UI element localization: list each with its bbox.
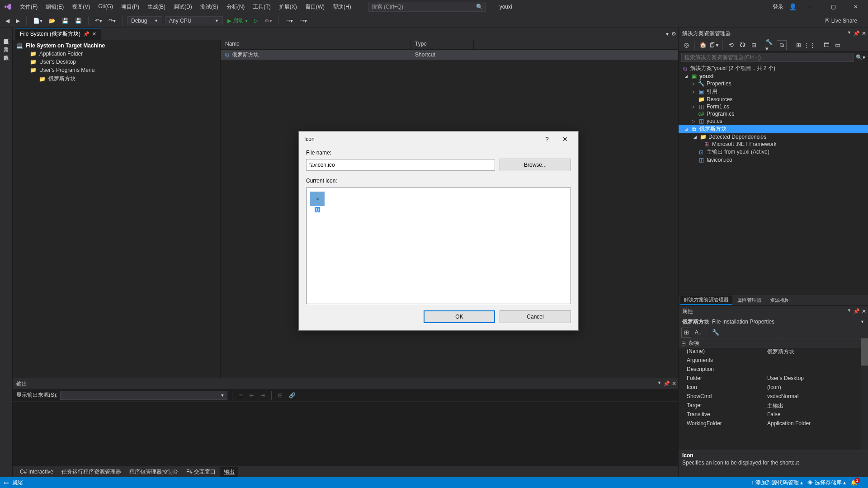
file-name-input[interactable] [306,159,495,171]
config-combo[interactable]: Debug▼ [127,16,162,25]
col-type[interactable]: Type [410,40,474,49]
minimize-button[interactable]: ─ [802,1,819,12]
col-name[interactable]: Name [221,40,410,49]
tree-item[interactable]: 📁Resources [679,96,868,103]
bottom-tab[interactable]: C# Interactive [16,468,57,476]
tree-item[interactable]: c#Program.cs [679,110,868,117]
panel-dropdown-icon[interactable]: ▼ [847,308,851,314]
tree-item[interactable]: ▷▣引用 [679,87,868,96]
start-noattach-icon[interactable]: ▷ [252,17,260,25]
document-tab[interactable]: File System (俄罗斯方块) 📌 ✕ [15,28,101,40]
sol-collapse-icon[interactable]: ⊟ [749,40,759,50]
tree-item[interactable]: ▷◫Form1.cs [679,103,868,110]
pin-icon[interactable]: 📌 [663,380,670,387]
fs-root[interactable]: 💻 File System on Target Machine [13,42,220,50]
property-row[interactable]: WorkingFolderApplication Folder [679,420,868,429]
output-btn-2[interactable]: ⇤ [248,391,256,399]
panel-dropdown-icon[interactable]: ▼ [847,30,851,37]
add-source-control[interactable]: ↑ 添加到源代码管理 ▴ [751,479,803,487]
pin-icon[interactable]: 📌 [853,30,860,37]
panel-close-icon[interactable]: ✕ [862,308,866,314]
platform-combo[interactable]: Any CPU▼ [165,16,223,25]
open-icon[interactable]: 📂 [47,17,57,25]
panel-dropdown-icon[interactable]: ▼ [657,380,661,387]
bottom-tab[interactable]: 任务运行程序资源管理器 [58,467,125,477]
tree-item[interactable]: ▷🔧Properties [679,80,868,87]
project-node-setup[interactable]: ◢ ⧉ 俄罗斯方块 [679,125,868,133]
panel-tab[interactable]: 解决方案资源管理器 [680,296,732,305]
layout-icon[interactable]: ▭▾ [283,17,295,25]
expander-icon[interactable]: ◢ [683,74,689,79]
search-box[interactable]: 搜索 (Ctrl+Q) 🔍 [368,2,486,12]
user-icon[interactable]: 👤 [789,3,797,10]
new-project-icon[interactable]: 📄▾ [31,17,44,25]
panel-close-icon[interactable]: ✕ [672,380,676,387]
sol-refresh-icon[interactable]: 🗘 [737,40,747,50]
sol-wrench-icon[interactable]: 🔧▾ [765,40,775,50]
fs-folder[interactable]: 📁Application Folder [13,50,220,58]
sol-back-icon[interactable]: ◎ [681,40,691,50]
menu-item[interactable]: 生成(B) [144,1,169,13]
dialog-help-button[interactable]: ? [539,134,555,145]
undo-icon[interactable]: ↶▾ [93,17,104,25]
expander-icon[interactable]: ◢ [692,135,698,139]
menu-item[interactable]: 文件(F) [16,1,41,13]
output-btn-3[interactable]: ⇥ [259,391,267,399]
menu-item[interactable]: 扩展(X) [275,1,301,13]
sidebar-tab[interactable]: 服务器资源管理器 [2,32,10,39]
favicon-file[interactable]: ◫ favicon.ico [679,156,868,164]
notifications-icon[interactable]: 🔔 [850,479,857,486]
property-row[interactable]: Target主输出 [679,402,868,411]
panel-close-icon[interactable]: ✕ [862,30,866,37]
tree-item[interactable]: ▷◫you.cs [679,117,868,125]
bottom-tab[interactable]: 程序包管理器控制台 [126,467,182,477]
tab-dropdown-icon[interactable]: ▼ [665,32,670,37]
menu-item[interactable]: 帮助(H) [329,1,355,13]
select-repo[interactable]: ◈ 选择存储库 ▴ [807,479,846,487]
dialog-close-button[interactable]: ✕ [557,134,573,145]
property-row[interactable]: FolderUser's Desktop [679,375,868,384]
sol-view-icon[interactable]: ▭ [833,40,843,50]
menu-item[interactable]: 分析(N) [223,1,249,13]
expander-icon[interactable]: ◢ [683,127,689,131]
fs-folder[interactable]: 📁User's Programs Menu [13,66,220,74]
categorized-icon[interactable]: ⊞ [681,328,691,338]
refresh-target-icon[interactable]: ⚙▾ [263,17,274,25]
expander-icon[interactable]: ▷ [690,89,696,94]
alphabetical-icon[interactable]: A↓ [693,328,703,338]
menu-item[interactable]: Git(G) [94,1,117,13]
fs-folder[interactable]: 📁User's Desktop [13,58,220,66]
nav-fwd-icon[interactable]: ▶ [14,17,22,25]
search-icon[interactable]: 🔍▾ [856,54,865,61]
menu-item[interactable]: 工具(T) [249,1,274,13]
pin-icon[interactable]: 📌 [853,308,860,314]
net-framework[interactable]: ⊞ Microsoft .NET Framework [679,141,868,148]
save-all-icon[interactable]: 💾 [73,17,84,25]
main-output[interactable]: ⊡ 主输出 from youxi (Active) [679,148,868,156]
property-row[interactable]: Arguments [679,357,868,366]
collapse-icon[interactable]: ⊟ [681,340,686,347]
sol-sync-icon[interactable]: ⟲ [726,40,736,50]
fs-subfolder[interactable]: 📁 俄罗斯方块 [13,74,220,84]
menu-item[interactable]: 测试(S) [197,1,222,13]
bottom-tab[interactable]: 输出 [220,467,238,477]
expander-icon[interactable]: ▷ [690,119,696,123]
menu-item[interactable]: 视图(V) [68,1,94,13]
liveshare-button[interactable]: ⇱ Live Share [825,18,857,24]
sol-props-icon[interactable]: 🗔 [821,40,831,50]
icon-preview[interactable]: ☺ 0 [306,188,571,304]
sol-preview-icon[interactable]: ⧉ [777,40,787,50]
properties-object-combo[interactable]: 俄罗斯方块 File Installation Properties ▼ [679,317,868,327]
sol-home-icon[interactable]: 🏠 [698,40,708,50]
property-row[interactable]: Icon(Icon) [679,384,868,393]
tab-close-icon[interactable]: ✕ [92,31,96,37]
sol-showall-icon[interactable]: ⊞ [793,40,803,50]
expander-icon[interactable]: ▷ [690,81,696,86]
redo-icon[interactable]: ↷▾ [107,17,118,25]
sol-switch-icon[interactable]: 🗐▾ [709,40,719,50]
output-btn-1[interactable]: ≣ [237,391,245,399]
project-node[interactable]: ◢ ▣ youxi [679,73,868,80]
solution-root[interactable]: ⧉ 解决方案"youxi"(2 个项目，共 2 个) [679,64,868,73]
tab-gear-icon[interactable]: ⚙ [671,31,676,37]
panel-tab[interactable]: 属性管理器 [733,296,765,305]
